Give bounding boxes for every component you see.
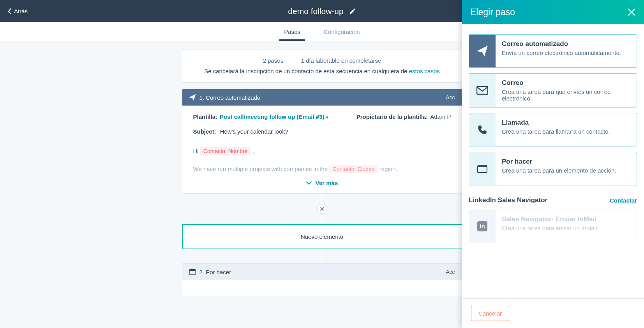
pencil-icon bbox=[349, 8, 356, 15]
step-1-title: 1. Correo automatizado bbox=[199, 94, 261, 101]
option-automated-email[interactable]: Correo automatizado Envía un correo elec… bbox=[469, 34, 637, 68]
subject-label: Subject: bbox=[193, 128, 216, 135]
back-button[interactable]: Atrás bbox=[8, 8, 28, 14]
close-icon bbox=[320, 207, 324, 211]
envelope-icon bbox=[476, 86, 488, 95]
side-panel: Elegir paso Correo automatizado Envía un… bbox=[462, 0, 644, 328]
todo-icon bbox=[477, 164, 487, 173]
see-more-button[interactable]: Ver más bbox=[193, 175, 451, 188]
step-2-title: 2. Por hacer bbox=[199, 269, 231, 275]
close-icon bbox=[628, 8, 635, 16]
svg-text:in: in bbox=[480, 223, 485, 229]
owner-name: Adam P bbox=[430, 113, 451, 120]
linkedin-icon: in bbox=[477, 221, 487, 231]
caret-down-icon: ▾ bbox=[326, 115, 328, 120]
summary-duration: 1 día laborable en completarse bbox=[297, 57, 385, 64]
step-2-header: 2. Por hacer Acc bbox=[182, 264, 462, 280]
summary-card: 2 pasos 1 día laborable en completarse S… bbox=[182, 49, 462, 83]
tab-config[interactable]: Configuración bbox=[324, 22, 360, 41]
summary-cancel-link[interactable]: estos casos bbox=[409, 68, 440, 74]
owner-label: Propietario de la plantilla: bbox=[356, 113, 428, 120]
step-1-card: 1. Correo automatizado Acc Plantilla: Po… bbox=[182, 89, 462, 194]
subject-value: How's your calendar look? bbox=[220, 128, 288, 135]
close-panel-button[interactable] bbox=[628, 8, 635, 16]
panel-title: Elegir paso bbox=[470, 7, 515, 18]
tab-steps[interactable]: Pasos bbox=[284, 22, 300, 41]
template-dropdown[interactable]: Post call/meeting follow up (Email #3) ▾ bbox=[220, 113, 328, 120]
linkedin-section-header: LinkedIn Sales Navigator Contactar bbox=[469, 196, 637, 204]
chevron-left-icon bbox=[8, 8, 12, 14]
panel-footer: Cancelar bbox=[462, 298, 644, 328]
token-contact-name[interactable]: Contacto: Nombre bbox=[200, 147, 251, 155]
panel-header: Elegir paso bbox=[462, 0, 644, 24]
page-title-container: demo follow-up bbox=[288, 7, 356, 16]
phone-icon bbox=[477, 125, 487, 135]
page-title: demo follow-up bbox=[288, 7, 343, 16]
remove-connector-button[interactable] bbox=[317, 204, 327, 214]
svg-rect-4 bbox=[478, 165, 487, 167]
summary-cancel-text: Se cancelará la inscripción de un contac… bbox=[204, 68, 409, 74]
svg-rect-1 bbox=[189, 269, 196, 271]
new-element-slot[interactable]: Nuevo elemento bbox=[182, 224, 462, 249]
step-1-body: Plantilla: Post call/meeting follow up (… bbox=[182, 106, 462, 193]
edit-title-button[interactable] bbox=[349, 8, 356, 15]
chevron-down-icon bbox=[306, 181, 312, 185]
back-label: Atrás bbox=[14, 8, 28, 14]
option-linkedin-inmail: in Sales Navigator- Enviar InMail Crea u… bbox=[469, 210, 637, 243]
step-2-actions[interactable]: Acc bbox=[446, 269, 455, 275]
send-icon bbox=[189, 94, 196, 101]
step-1-actions[interactable]: Acc bbox=[446, 94, 455, 101]
connector-1 bbox=[317, 194, 327, 224]
option-todo-task[interactable]: Por hacer Crea una tarea para un element… bbox=[469, 152, 637, 185]
email-body[interactable]: Hi Contacto: Nombre , We have run multip… bbox=[193, 139, 451, 175]
step-1-header: 1. Correo automatizado Acc bbox=[182, 89, 462, 106]
cancel-button[interactable]: Cancelar bbox=[471, 306, 509, 321]
token-contact-city[interactable]: Contacto: Ciudad bbox=[329, 165, 378, 173]
option-call-task[interactable]: Llamada Crea una tarea para llamar a un … bbox=[469, 113, 637, 146]
linkedin-contact-link[interactable]: Contactar bbox=[610, 197, 637, 204]
panel-body: Correo automatizado Envía un correo elec… bbox=[462, 24, 644, 298]
summary-steps: 2 pasos bbox=[259, 57, 288, 64]
send-icon bbox=[477, 46, 488, 56]
todo-icon bbox=[189, 269, 196, 275]
option-email-task[interactable]: Correo Crea una tarea para que envíes un… bbox=[469, 73, 637, 108]
step-2-card: 2. Por hacer Acc bbox=[182, 263, 462, 296]
connector-2 bbox=[322, 249, 322, 263]
template-label: Plantilla: bbox=[193, 113, 218, 120]
